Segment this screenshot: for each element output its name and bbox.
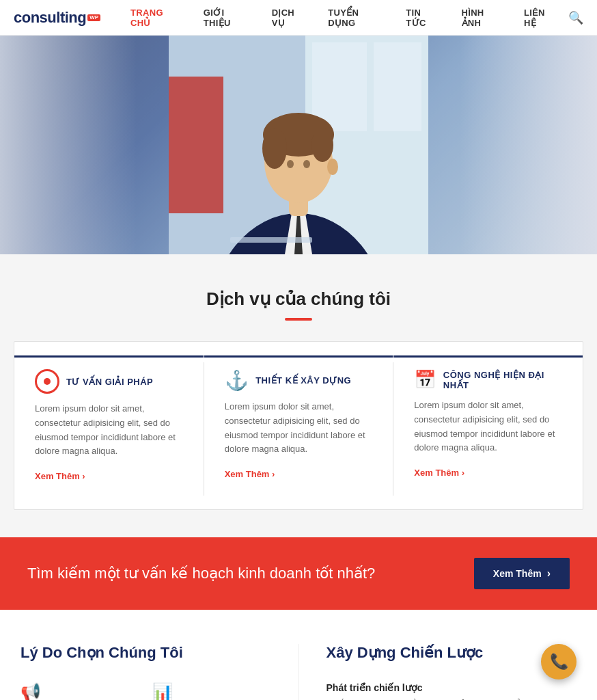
svg-rect-16 (230, 237, 312, 243)
service-link-3[interactable]: Xem Thêm (414, 468, 464, 478)
hero-figure (169, 36, 428, 254)
bottom-left: Lý Do Chọn Chúng Tôi 📢 Elusmod Tempor Du… (20, 644, 298, 700)
logo[interactable]: consultingWP (14, 9, 100, 27)
search-icon[interactable]: 🔍 (568, 10, 583, 25)
nav-item-home[interactable]: TRANG CHỦ (121, 8, 194, 28)
megaphone-icon: 📢 (20, 682, 139, 700)
cta-button[interactable]: Xem Thêm › (474, 558, 570, 589)
header: consultingWP TRANG CHỦ GIỚI THIỆU DỊCH V… (0, 0, 597, 36)
nav-item-about[interactable]: GIỚI THIỆU (194, 8, 262, 28)
svg-rect-1 (169, 77, 223, 213)
bottom-right-heading: Xây Dựng Chiến Lược (327, 644, 577, 662)
main-nav: TRANG CHỦ GIỚI THIỆU DỊCH VỤ TUYỂN DỤNG … (121, 8, 568, 28)
phone-icon: 📞 (550, 653, 568, 671)
service-name-2: ⚓ THIẾT KẾ XÂY DỰNG (225, 369, 373, 392)
logo-text: consulting (14, 9, 86, 27)
svg-point-14 (303, 160, 310, 168)
nav-item-news[interactable]: TIN TỨC (396, 8, 452, 28)
service-card-2: ⚓ THIẾT KẾ XÂY DỰNG Lorem ipsum dolor si… (204, 362, 394, 496)
phone-fab[interactable]: 📞 (541, 644, 577, 679)
strategy-item-1: Phát triển chiến lược Thiết lập 1 bộ khu… (327, 682, 577, 700)
bottom-left-items: 📢 Elusmod Tempor Duis aute irure dolor i… (20, 682, 271, 700)
service-card-3: 📅 CÔNG NGHỆ HIỆN ĐẠI NHẤT Lorem ipsum do… (393, 362, 583, 496)
services-section-title: Dịch vụ của chúng tôi (14, 288, 583, 310)
hero-section (0, 36, 597, 254)
nav-item-recruitment[interactable]: TUYỂN DỤNG (318, 8, 396, 28)
cta-banner: Tìm kiếm một tư vấn kế hoạch kinh doanh … (0, 537, 597, 610)
bottom-item-2: 📊 Elusmod Tempor Duis aute irure dolor i… (152, 682, 270, 700)
bottom-left-heading: Lý Do Chọn Chúng Tôi (20, 644, 271, 662)
bottom-section: Lý Do Chọn Chúng Tôi 📢 Elusmod Tempor Du… (0, 610, 597, 700)
strategy-desc-1: Thiết lập 1 bộ khung bằng cách quản lí s… (327, 697, 577, 700)
logo-wp: WP (87, 14, 100, 21)
cta-text: Tìm kiếm một tư vấn kế hoạch kinh doanh … (27, 565, 375, 582)
svg-point-13 (287, 160, 294, 168)
strategy-title-1: Phát triển chiến lược (327, 682, 577, 693)
service-icon-2: ⚓ (225, 369, 249, 392)
svg-point-12 (311, 128, 333, 162)
services-section: Dịch vụ của chúng tôi TƯ VẤN GIẢI PHÁP L… (0, 254, 597, 537)
bottom-right: Xây Dựng Chiến Lược Phát triển chiến lượ… (298, 644, 577, 700)
service-name-3: 📅 CÔNG NGHỆ HIỆN ĐẠI NHẤT (414, 369, 562, 390)
svg-rect-4 (374, 42, 421, 131)
nav-item-gallery[interactable]: HÌNH ẢNH (452, 8, 514, 28)
service-desc-2: Lorem ipsum dolor sit amet, consectetur … (225, 400, 373, 457)
service-desc-3: Lorem ipsum dolor sit amet, consectetur … (414, 399, 562, 455)
bottom-item-1: 📢 Elusmod Tempor Duis aute irure dolor i… (20, 682, 139, 700)
nav-item-contact[interactable]: LIÊN HỆ (514, 8, 568, 28)
svg-point-15 (327, 159, 338, 175)
service-link-2[interactable]: Xem Thêm (225, 469, 275, 479)
service-card-1: TƯ VẤN GIẢI PHÁP Lorem ipsum dolor sit a… (14, 362, 204, 496)
service-icon-3: 📅 (414, 369, 436, 390)
service-name-1: TƯ VẤN GIẢI PHÁP (35, 369, 183, 394)
hero-svg (169, 36, 428, 254)
section-divider (285, 318, 312, 321)
svg-point-11 (262, 128, 287, 169)
cta-button-label: Xem Thêm (493, 568, 542, 579)
service-link-1[interactable]: Xem Thêm (35, 471, 85, 481)
nav-item-services[interactable]: DỊCH VỤ (262, 8, 319, 28)
chart-icon: 📊 (152, 682, 270, 700)
services-cards: TƯ VẤN GIẢI PHÁP Lorem ipsum dolor sit a… (14, 341, 583, 510)
hero-right-bg (460, 36, 597, 254)
hero-left-bg (0, 36, 137, 254)
cta-arrow-icon: › (547, 567, 551, 580)
service-desc-1: Lorem ipsum dolor sit amet, consectetur … (35, 402, 183, 459)
service-icon-1 (35, 369, 59, 394)
